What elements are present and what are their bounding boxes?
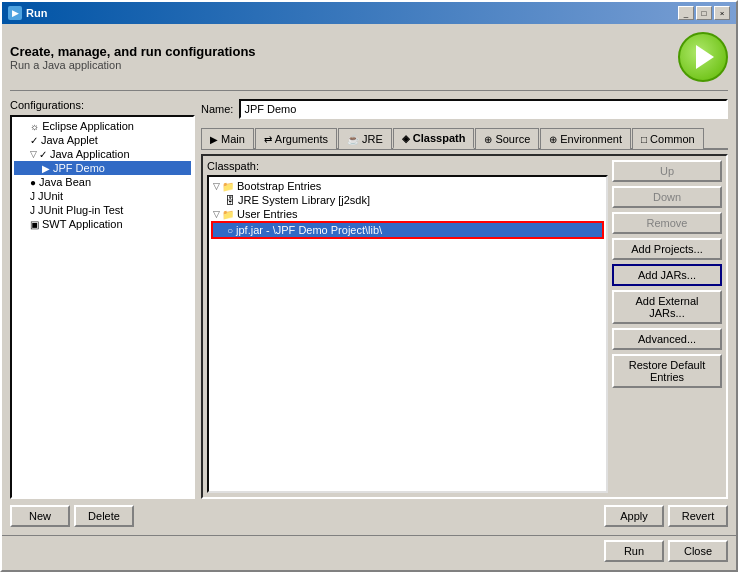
run-button[interactable]: Run: [604, 540, 664, 562]
java-bean-icon: ●: [30, 177, 36, 188]
tab-environment[interactable]: ⊕ Environment: [540, 128, 631, 149]
sidebar-item-swt-app[interactable]: ▣ SWT Application: [14, 217, 191, 231]
arguments-tab-icon: ⇄: [264, 134, 272, 145]
remove-button[interactable]: Remove: [612, 212, 722, 234]
user-entries-folder-icon: 📁: [222, 209, 234, 220]
classpath-content: Classpath: ▽ 📁 Bootstrap Entries 🗄 JRE S…: [207, 160, 608, 493]
add-jars-button[interactable]: Add JARs...: [612, 264, 722, 286]
jpf-demo-label: JPF Demo: [53, 162, 105, 174]
classpath-tab-label: Classpath: [413, 132, 466, 144]
new-button[interactable]: New: [10, 505, 70, 527]
panel-area: Classpath: ▽ 📁 Bootstrap Entries 🗄 JRE S…: [201, 154, 728, 499]
minimize-button[interactable]: _: [678, 6, 694, 20]
close-button[interactable]: Close: [668, 540, 728, 562]
jre-lib-icon: 🗄: [225, 195, 235, 206]
sidebar-item-junit[interactable]: J JUnit: [14, 189, 191, 203]
restore-button[interactable]: Restore Default Entries: [612, 354, 722, 388]
tab-source[interactable]: ⊕ Source: [475, 128, 539, 149]
cp-user-entries[interactable]: ▽ 📁 User Entries: [211, 207, 604, 221]
config-tree[interactable]: ☼ Eclipse Application ✓ Java Applet ▽ ✓ …: [10, 115, 195, 499]
java-bean-label: Java Bean: [39, 176, 91, 188]
maximize-button[interactable]: □: [696, 6, 712, 20]
sidebar-item-junit-plugin[interactable]: J JUnit Plug-in Test: [14, 203, 191, 217]
revert-button[interactable]: Revert: [668, 505, 728, 527]
source-tab-icon: ⊕: [484, 134, 492, 145]
java-app-label: Java Application: [50, 148, 130, 160]
user-entries-expand-icon: ▽: [213, 209, 220, 219]
sidebar-item-java-app[interactable]: ▽ ✓ Java Application: [14, 147, 191, 161]
window-icon: ▶: [8, 6, 22, 20]
add-external-jars-button[interactable]: Add External JARs...: [612, 290, 722, 324]
close-button[interactable]: ×: [714, 6, 730, 20]
junit-label: JUnit: [38, 190, 63, 202]
jre-tab-label: JRE: [362, 133, 383, 145]
tab-common[interactable]: □ Common: [632, 128, 704, 149]
junit-plugin-label: JUnit Plug-in Test: [38, 204, 123, 216]
arguments-tab-label: Arguments: [275, 133, 328, 145]
bootstrap-folder-icon: 📁: [222, 181, 234, 192]
bootstrap-label: Bootstrap Entries: [237, 180, 321, 192]
eclipse-app-icon: ☼: [30, 121, 39, 132]
left-panel-buttons: New Delete: [10, 505, 195, 527]
environment-tab-icon: ⊕: [549, 134, 557, 145]
common-tab-label: Common: [650, 133, 695, 145]
advanced-button[interactable]: Advanced...: [612, 328, 722, 350]
user-entries-label: User Entries: [237, 208, 298, 220]
java-app-expand: ▽: [30, 149, 37, 159]
java-app-icon: ✓: [39, 149, 47, 160]
window-body: Create, manage, and run configurations R…: [2, 24, 736, 535]
bootstrap-expand-icon: ▽: [213, 181, 220, 191]
tabs-bar: ▶ Main ⇄ Arguments ☕ JRE ◈ Classpath: [201, 127, 728, 150]
tab-main[interactable]: ▶ Main: [201, 128, 254, 149]
junit-icon: J: [30, 191, 35, 202]
bottom-bar: Run Close: [2, 535, 736, 570]
classpath-tab-icon: ◈: [402, 133, 410, 144]
name-label: Name:: [201, 103, 233, 115]
sidebar-item-java-bean[interactable]: ● Java Bean: [14, 175, 191, 189]
configurations-label: Configurations:: [10, 99, 195, 111]
cp-jpf-jar[interactable]: ○ jpf.jar - \JPF Demo Project\lib\: [211, 221, 604, 239]
source-tab-label: Source: [495, 133, 530, 145]
sidebar-item-jpf-demo[interactable]: ▶ JPF Demo: [14, 161, 191, 175]
sidebar-item-java-applet[interactable]: ✓ Java Applet: [14, 133, 191, 147]
tab-jre[interactable]: ☕ JRE: [338, 128, 392, 149]
header-section: Create, manage, and run configurations R…: [10, 32, 728, 82]
apply-button[interactable]: Apply: [604, 505, 664, 527]
java-applet-label: Java Applet: [41, 134, 98, 146]
up-button[interactable]: Up: [612, 160, 722, 182]
jpf-demo-icon: ▶: [42, 163, 50, 174]
header-subtitle: Run a Java application: [10, 59, 256, 71]
tab-classpath[interactable]: ◈ Classpath: [393, 128, 475, 149]
java-applet-icon: ✓: [30, 135, 38, 146]
cp-jre-lib[interactable]: 🗄 JRE System Library [j2sdk]: [211, 193, 604, 207]
classpath-label: Classpath:: [207, 160, 608, 172]
right-buttons: Up Down Remove Add Projects... Add JARs.…: [612, 160, 722, 493]
footer-row: Apply Revert: [201, 505, 728, 527]
main-content: Configurations: ☼ Eclipse Application ✓ …: [10, 99, 728, 527]
name-row: Name:: [201, 99, 728, 119]
eclipse-app-label: Eclipse Application: [42, 120, 134, 132]
jpf-jar-label: jpf.jar - \JPF Demo Project\lib\: [236, 224, 382, 236]
header-title: Create, manage, and run configurations: [10, 44, 256, 59]
run-dialog: ▶ Run _ □ × Create, manage, and run conf…: [0, 0, 738, 572]
window-title: Run: [26, 7, 47, 19]
swt-app-label: SWT Application: [42, 218, 123, 230]
junit-plugin-icon: J: [30, 205, 35, 216]
main-tab-icon: ▶: [210, 134, 218, 145]
add-projects-button[interactable]: Add Projects...: [612, 238, 722, 260]
jre-lib-label: JRE System Library [j2sdk]: [238, 194, 370, 206]
environment-tab-label: Environment: [560, 133, 622, 145]
tab-arguments[interactable]: ⇄ Arguments: [255, 128, 337, 149]
name-input[interactable]: [239, 99, 728, 119]
common-tab-icon: □: [641, 134, 647, 145]
footer-buttons: Apply Revert: [604, 505, 728, 527]
swt-app-icon: ▣: [30, 219, 39, 230]
down-button[interactable]: Down: [612, 186, 722, 208]
cp-bootstrap-entries[interactable]: ▽ 📁 Bootstrap Entries: [211, 179, 604, 193]
delete-button[interactable]: Delete: [74, 505, 134, 527]
run-icon: [678, 32, 728, 82]
main-tab-label: Main: [221, 133, 245, 145]
classpath-tree[interactable]: ▽ 📁 Bootstrap Entries 🗄 JRE System Libra…: [207, 175, 608, 493]
sidebar-item-eclipse-app[interactable]: ☼ Eclipse Application: [14, 119, 191, 133]
title-bar: ▶ Run _ □ ×: [2, 2, 736, 24]
